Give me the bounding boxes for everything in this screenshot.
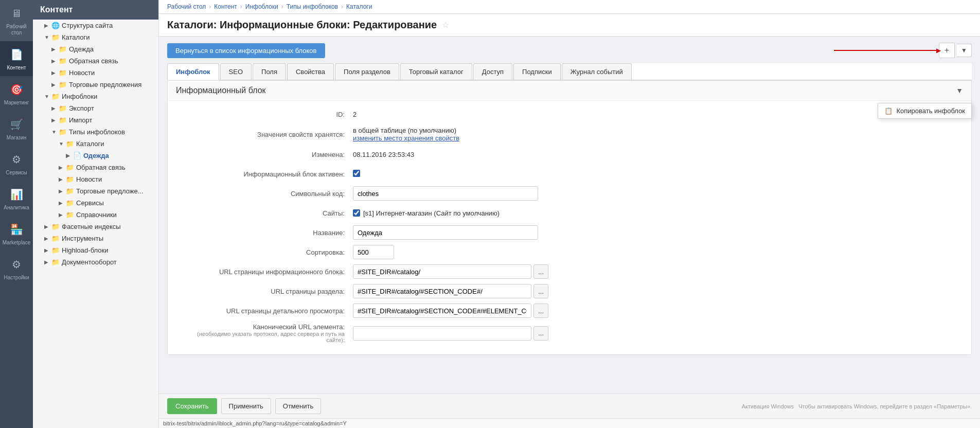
active-checkbox[interactable] (353, 170, 360, 177)
tab-event-log[interactable]: Журнал событий (562, 63, 632, 80)
marketplace-icon: 🏪 (8, 221, 25, 238)
save-button[interactable]: Сохранить (167, 398, 217, 414)
url-page-input[interactable] (353, 264, 531, 279)
sidebar-item-content[interactable]: 📄 Контент (0, 41, 33, 76)
tree-item-catalogs-type[interactable]: ▼📁Каталоги (33, 138, 158, 150)
tab-seo[interactable]: SEO (220, 63, 252, 80)
add-dropdown-button[interactable]: ▼ (957, 44, 972, 57)
dropdown-menu: 📋 Копировать инфоблок (878, 103, 972, 119)
favorite-star-icon[interactable]: ☆ (442, 20, 449, 30)
breadcrumb-catalogs[interactable]: Каталоги (346, 3, 372, 10)
tree-item-references[interactable]: ▶📁Справочники (33, 209, 158, 221)
tree-item-feedback-type[interactable]: ▶📁Обратная связь (33, 162, 158, 173)
url-detail-label: URL страницы детального просмотра: (178, 307, 353, 315)
tab-subscriptions[interactable]: Подписки (513, 63, 561, 80)
symbol-input[interactable] (353, 186, 538, 201)
url-page-field-group: ... (353, 264, 548, 279)
tab-access[interactable]: Доступ (473, 63, 512, 80)
folder-icon-services-type: 📁 (66, 199, 74, 207)
tree-item-docflow[interactable]: ▶📁Документооборот (33, 256, 158, 268)
tree-item-clothing[interactable]: ▶📁Одежда (33, 43, 158, 55)
site-value: [s1] Интернет-магазин (Сайт по умолчанию… (353, 209, 961, 217)
url-detail-input[interactable] (353, 304, 531, 318)
url-section-browse-button[interactable]: ... (533, 284, 548, 298)
url-page-browse-button[interactable]: ... (533, 264, 548, 279)
tree-item-import[interactable]: ▶📁Импорт (33, 114, 158, 126)
tree-item-news-type[interactable]: ▶📁Новости (33, 173, 158, 185)
back-to-list-button[interactable]: Вернуться в список информационных блоков (167, 43, 325, 58)
sidebar-item-marketing[interactable]: 🎯 Маркетинг (0, 76, 33, 111)
tab-section-fields[interactable]: Поля разделов (335, 63, 399, 80)
form-row-active: Информационный блок активен: (178, 167, 961, 181)
tab-properties[interactable]: Свойства (287, 63, 334, 80)
canonical-input[interactable] (353, 326, 531, 341)
tree-item-site-structure[interactable]: ▶🌐Структура сайта (33, 20, 158, 31)
cancel-button[interactable]: Отменить (275, 398, 321, 414)
tree-item-export[interactable]: ▶📁Экспорт (33, 102, 158, 114)
sidebar-item-shop[interactable]: 🛒 Магазин (0, 111, 33, 146)
form-row-sort: Сортировка: (178, 245, 961, 259)
form-row-name: Название: (178, 225, 961, 240)
tree-item-tools[interactable]: ▶📁Инструменты (33, 233, 158, 244)
breadcrumb-desktop[interactable]: Рабочий стол (167, 3, 206, 10)
tree-label-docflow: Документооборот (62, 258, 117, 266)
tree-item-infoblocks[interactable]: ▼📁Инфоблоки (33, 91, 158, 102)
add-button[interactable]: + (939, 43, 955, 58)
storage-text: в общей таблице (по умолчанию) (353, 127, 961, 134)
tab-fields[interactable]: Поля (253, 63, 286, 80)
id-value: 2 (353, 111, 961, 118)
site-checkbox[interactable] (353, 209, 360, 217)
copy-infoblock-menuitem[interactable]: 📋 Копировать инфоблок (878, 103, 972, 118)
sidebar-item-analytics[interactable]: 📊 Аналитика (0, 181, 33, 216)
sidebar-item-content-label: Контент (7, 65, 26, 71)
breadcrumb-types[interactable]: Типы инфоблоков (287, 3, 338, 10)
tree-item-trade-type[interactable]: ▶📁Торговые предложе... (33, 185, 158, 197)
tree-label-references: Справочники (76, 211, 117, 219)
tree-arrow-infoblock-types: ▼ (51, 129, 59, 135)
collapse-panel-button[interactable]: ▼ (956, 86, 963, 95)
tree-arrow-highload: ▶ (44, 247, 51, 253)
url-detail-field-group: ... (353, 304, 548, 318)
apply-button[interactable]: Применить (221, 398, 271, 414)
tree-arrow-news-type: ▶ (59, 176, 66, 182)
tree-arrow-trade-type: ▶ (59, 188, 66, 194)
tree-item-news[interactable]: ▶📁Новости (33, 67, 158, 79)
tree-item-trade-offers[interactable]: ▶📁Торговые предложения (33, 79, 158, 91)
tree-item-clothing-type[interactable]: ▶📄Одежда (33, 150, 158, 162)
url-section-input[interactable] (353, 284, 531, 298)
sidebar-item-settings-label: Настройки (4, 275, 29, 281)
tab-trade-catalog[interactable]: Торговый каталог (400, 63, 472, 80)
form-body: ID: 2 Значения свойств хранятся: в общей… (168, 101, 971, 354)
tab-infoblock[interactable]: Инфоблок (167, 63, 219, 80)
name-input[interactable] (353, 225, 538, 240)
settings-icon: ⚙ (8, 256, 25, 273)
tree-item-faceted[interactable]: ▶📁Фасетные индексы (33, 221, 158, 233)
site-text: [s1] Интернет-магазин (Сайт по умолчанию… (363, 209, 500, 217)
sidebar-item-services[interactable]: ⚙ Сервисы (0, 146, 33, 181)
tree-label-clothing: Одежда (69, 45, 94, 53)
tree-item-services-type[interactable]: ▶📁Сервисы (33, 197, 158, 209)
folder-icon-news: 📁 (59, 69, 67, 77)
sort-input[interactable] (353, 245, 394, 259)
tree-item-catalogs[interactable]: ▼📁Каталоги (33, 31, 158, 43)
copy-icon: 📋 (884, 107, 893, 115)
url-detail-browse-button[interactable]: ... (533, 304, 548, 318)
folder-icon-export: 📁 (59, 104, 67, 112)
active-label: Информационный блок активен: (178, 170, 353, 178)
breadcrumb-infoblocks[interactable]: Инфоблоки (245, 3, 278, 10)
tree-item-highload[interactable]: ▶📁Highload-блоки (33, 244, 158, 256)
copy-infoblock-label: Копировать инфоблок (897, 107, 966, 115)
tree-item-infoblock-types[interactable]: ▼📁Типы инфоблоков (33, 126, 158, 138)
storage-link[interactable]: изменить место хранения свойств (353, 134, 459, 142)
tree-label-catalogs: Каталоги (62, 33, 90, 41)
form-panel-title: Информационный блок (176, 86, 266, 95)
breadcrumb-content[interactable]: Контент (214, 3, 237, 10)
sidebar-item-desktop[interactable]: 🖥 Рабочий стол (0, 0, 33, 41)
sidebar-item-marketplace[interactable]: 🏪 Marketplace (0, 216, 33, 251)
tree-arrow-infoblocks: ▼ (44, 94, 51, 99)
sidebar-item-settings[interactable]: ⚙ Настройки (0, 251, 33, 286)
canonical-browse-button[interactable]: ... (533, 326, 548, 341)
tree-item-feedback[interactable]: ▶📁Обратная связь (33, 55, 158, 67)
form-row-url-detail: URL страницы детального просмотра: ... (178, 304, 961, 318)
tree-label-feedback: Обратная связь (69, 57, 118, 65)
